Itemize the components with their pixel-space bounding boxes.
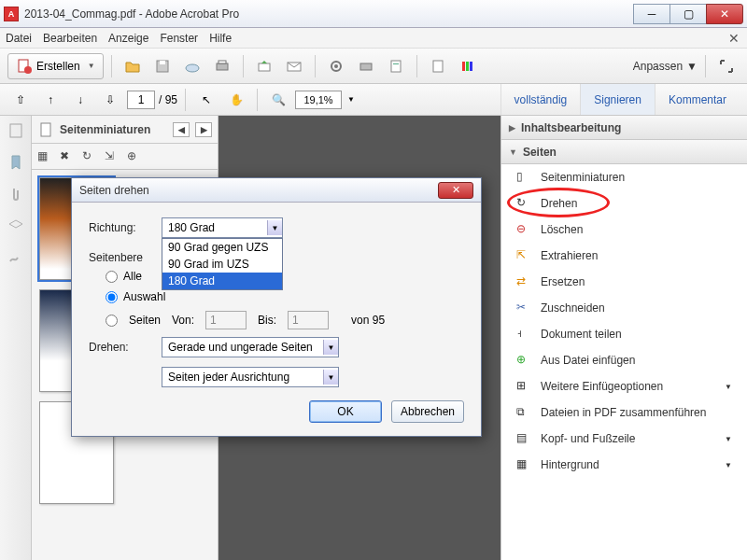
dialog-titlebar[interactable]: Seiten drehen ✕ — [72, 178, 481, 203]
panel-item-zusammen[interactable]: ⧉Dateien in PDF zusammenführen — [501, 399, 747, 426]
panel-item-teilen[interactable]: ⫞Dokument teilen — [501, 321, 747, 347]
radio-seiten-input[interactable] — [106, 315, 118, 327]
thumb-insert-icon[interactable]: ⊕ — [127, 149, 142, 164]
select-tool-button[interactable]: ↖ — [193, 87, 219, 113]
svg-point-4 — [186, 64, 199, 72]
maximize-button[interactable]: ▢ — [669, 4, 707, 24]
radio-auswahl[interactable]: Auswahl — [106, 290, 464, 303]
expand-icon: ▼ — [509, 147, 517, 157]
expand-icon — [718, 58, 735, 75]
page-number-input[interactable] — [127, 91, 155, 109]
drehen-label: Drehen: — [89, 341, 154, 354]
menu-datei[interactable]: Datei — [6, 32, 32, 45]
menu-fenster[interactable]: Fenster — [160, 32, 198, 45]
svg-rect-11 — [360, 63, 372, 70]
panel-item-zuschneiden[interactable]: ✂Zuschneiden — [501, 295, 747, 321]
combo-option-selected[interactable]: 180 Grad — [162, 273, 282, 289]
document-close-icon[interactable]: ✕ — [728, 31, 740, 46]
share-button[interactable] — [251, 53, 277, 79]
rotate-pages-dialog: Seiten drehen ✕ Richtung: 180 Grad ▼ 90 … — [71, 177, 482, 437]
panel-item-hintergrund[interactable]: ▦Hintergrund▼ — [501, 452, 747, 478]
accordion-inhalt[interactable]: ▶Inhaltsbearbeitung — [501, 116, 747, 140]
left-rail — [0, 116, 32, 560]
close-button[interactable]: ✕ — [706, 4, 743, 24]
attachments-rail-icon[interactable] — [7, 185, 25, 203]
signieren-link[interactable]: Signieren — [580, 84, 655, 115]
bis-input[interactable] — [288, 311, 329, 329]
panel-item-weitere[interactable]: ⊞Weitere Einfügeoptionen▼ — [501, 373, 747, 399]
email-button[interactable] — [281, 53, 307, 79]
prev-page-button[interactable]: ↑ — [37, 87, 63, 113]
thumbnails-tools: ▦ ✖ ↻ ⇲ ⊕ — [32, 144, 218, 170]
panel-item-drehen[interactable]: ↻Drehen — [501, 190, 747, 217]
richtung-combo[interactable]: 180 Grad ▼ 90 Grad gegen UZS 90 Grad im … — [162, 217, 283, 238]
submenu-arrow-icon: ▼ — [725, 435, 732, 443]
cancel-button[interactable]: Abbrechen — [391, 400, 464, 423]
tool4-button[interactable] — [425, 53, 451, 79]
page-icon — [37, 121, 54, 138]
last-page-button[interactable]: ⇩ — [97, 87, 123, 113]
menu-anzeige[interactable]: Anzeige — [108, 32, 148, 45]
form-icon — [388, 58, 404, 75]
radio-alle-input[interactable] — [106, 271, 118, 283]
vollstaendig-link[interactable]: vollständig — [500, 84, 581, 115]
combo-option[interactable]: 90 Grad im UZS — [162, 256, 282, 273]
first-page-button[interactable]: ⇧ — [7, 87, 34, 113]
panel-item-seitenminiaturen[interactable]: ▯Seitenminiaturen — [501, 164, 747, 190]
thumb-nav-next[interactable]: ▶ — [195, 122, 212, 137]
print-button[interactable] — [209, 53, 235, 79]
combo-option[interactable]: 90 Grad gegen UZS — [162, 239, 282, 256]
settings-button[interactable] — [323, 53, 349, 79]
panel-item-extrahieren[interactable]: ⇱Extrahieren — [501, 243, 747, 269]
thumb-tool-icon[interactable]: ▦ — [37, 149, 52, 164]
layers-rail-icon[interactable] — [7, 217, 25, 235]
thumb-extract-icon[interactable]: ⇲ — [105, 149, 120, 164]
next-page-button[interactable]: ↓ — [67, 87, 93, 113]
radio-alle[interactable]: Alle — [106, 270, 464, 283]
thumb-nav-prev[interactable]: ◀ — [173, 122, 190, 137]
thumbnails-rail-icon[interactable] — [7, 121, 25, 140]
radio-seiten[interactable]: Seiten Von: Bis: von 95 — [106, 311, 464, 329]
erstellen-button[interactable]: Erstellen ▼ — [7, 53, 104, 79]
ok-button[interactable]: OK — [309, 400, 382, 423]
submenu-arrow-icon: ▼ — [725, 383, 732, 391]
share-icon — [256, 58, 273, 75]
kommentar-link[interactable]: Kommentar — [655, 84, 740, 115]
minimize-button[interactable]: ─ — [633, 4, 670, 24]
panel-item-loeschen[interactable]: ⊖Löschen — [501, 217, 747, 243]
page-icon: ▯ — [516, 170, 531, 185]
anpassen-menu[interactable]: Anpassen ▼ — [633, 60, 698, 73]
panel-item-kopfzeile[interactable]: ▤Kopf- und Fußzeile▼ — [501, 426, 747, 452]
signatures-rail-icon[interactable] — [7, 248, 25, 267]
tool2-button[interactable] — [353, 53, 379, 79]
von-label: Von: — [172, 314, 194, 327]
rotate-icon: ↻ — [516, 196, 531, 211]
menu-hilfe[interactable]: Hilfe — [209, 32, 232, 45]
zoom-input[interactable] — [295, 91, 342, 109]
radio-auswahl-input[interactable] — [106, 291, 118, 303]
drehen-combo2[interactable]: Seiten jeder Ausrichtung▼ — [162, 367, 339, 387]
thumb-rotate-icon[interactable]: ↻ — [82, 149, 97, 164]
save-button[interactable] — [149, 53, 176, 79]
drehen-combo1[interactable]: Gerade und ungerade Seiten▼ — [162, 337, 339, 357]
von-input[interactable] — [205, 311, 247, 329]
tool5-button[interactable] — [455, 53, 481, 79]
panel-item-ersetzen[interactable]: ⇄Ersetzen — [501, 269, 747, 295]
svg-rect-7 — [259, 63, 270, 71]
menu-bearbeiten[interactable]: Bearbeiten — [43, 32, 97, 45]
svg-rect-19 — [41, 123, 50, 136]
fullscreen-button[interactable] — [713, 53, 740, 79]
dialog-close-button[interactable]: ✕ — [438, 182, 473, 199]
richtung-value: 180 Grad — [168, 221, 215, 234]
panel-item-einfuegen[interactable]: ⊕Aus Datei einfügen — [501, 347, 747, 373]
open-button[interactable] — [120, 53, 146, 79]
cloud-button[interactable] — [179, 53, 205, 79]
zoom-dropdown-icon[interactable]: ▼ — [347, 95, 355, 104]
zoom-tool-button[interactable]: 🔍 — [265, 87, 291, 113]
bookmark-rail-icon[interactable] — [7, 153, 25, 172]
prev-page-icon: ↑ — [48, 93, 53, 106]
hand-tool-button[interactable]: ✋ — [223, 87, 249, 113]
accordion-seiten[interactable]: ▼Seiten — [501, 140, 747, 164]
tool3-button[interactable] — [383, 53, 409, 79]
thumb-delete-icon[interactable]: ✖ — [60, 149, 75, 164]
